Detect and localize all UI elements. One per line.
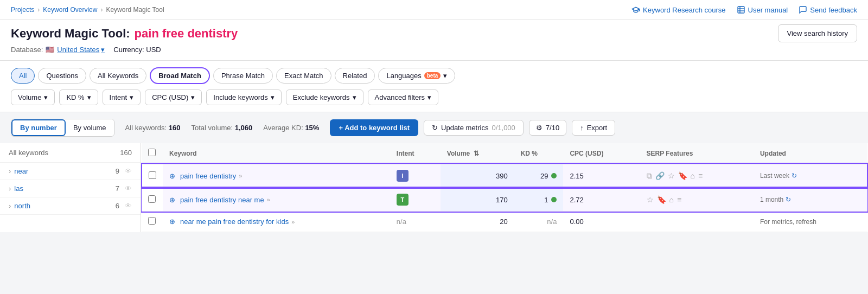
th-serp: SERP Features [640,143,754,164]
td-intent: n/a [390,212,441,232]
gear-icon: ⚙ [536,124,542,132]
search-keyword: pain free dentistry [135,27,238,41]
th-kd: KD % [514,143,564,164]
database-selector[interactable]: United States ▾ [57,46,105,54]
row-checkbox[interactable] [149,171,156,179]
add-to-keyword-list-button[interactable]: + Add to keyword list [330,119,418,136]
td-updated: Last week ↻ [754,164,867,188]
view-history-button[interactable]: View search history [778,24,857,42]
tab-exact-match[interactable]: Exact Match [276,68,331,84]
select-all-checkbox[interactable] [148,149,156,156]
database-label: Database: 🇺🇸 United States ▾ [11,46,105,54]
top-bar: Projects › Keyword Overview › Keyword Ma… [0,0,868,20]
table-row: ⊕ near me pain free dentistry for kids »… [142,212,867,232]
user-manual-link[interactable]: User manual [737,5,788,14]
star-icon[interactable]: ☆ [647,195,654,204]
update-metrics-button[interactable]: ↻ Update metrics 0/1,000 [424,120,524,136]
td-cpc: 2.15 [563,164,640,188]
bookmark-icon[interactable]: 🔖 [678,171,687,180]
chevron-right-icon: › [9,167,11,175]
list-icon[interactable]: ≡ [677,195,681,204]
keyword-link[interactable]: ⊕ pain free dentistry near me » [169,196,384,204]
td-volume: 20 [441,212,514,232]
td-updated: For metrics, refresh [754,212,867,232]
td-keyword: ⊕ pain free dentistry near me » [163,188,390,212]
breadcrumb: Projects › Keyword Overview › Keyword Ma… [11,6,164,14]
keywords-table: Keyword Intent Volume ⇅ KD % CPC (USD) S… [141,143,868,232]
td-kd: 29 [514,164,564,188]
export-icon: ↑ [580,124,584,132]
plus-icon: ⊕ [169,172,175,180]
breadcrumb-projects[interactable]: Projects [11,6,34,14]
advanced-filters-button[interactable]: Advanced filters ▾ [368,90,439,105]
volume-filter[interactable]: Volume ▾ [11,90,55,105]
tab-phrase-match[interactable]: Phrase Match [213,68,273,84]
by-number-button[interactable]: By number [11,119,66,136]
tab-all[interactable]: All [11,68,35,84]
th-volume: Volume ⇅ [441,143,514,164]
breadcrumb-keyword-overview[interactable]: Keyword Overview [43,6,97,14]
intent-filter[interactable]: Intent ▾ [103,90,141,105]
tab-languages[interactable]: Languages beta ▾ [378,68,455,84]
sort-icon: ⇅ [474,150,479,157]
refresh-icon[interactable]: ↻ [786,196,791,203]
eye-icon: 👁 [125,202,132,210]
bookmark-icon[interactable]: 🔖 [657,195,666,204]
page-title: Keyword Magic Tool: pain free dentistry [11,27,238,41]
intent-badge: T [397,194,409,206]
tab-broad-match[interactable]: Broad Match [150,67,210,84]
toolbar-section: By number By volume All keywords: 160 To… [0,112,868,143]
plus-icon: ⊕ [169,218,175,226]
th-checkbox [142,143,163,164]
graduation-cap-icon [631,5,640,14]
td-checkbox [142,212,163,232]
sidebar: All keywords 160 › near 9 👁 › las 7 👁 [0,143,141,232]
td-volume: 170 [441,188,514,212]
top-links: Keyword Research course User manual Send… [631,5,857,14]
settings-button[interactable]: ⚙ 7/10 [529,120,566,136]
keyword-course-link[interactable]: Keyword Research course [631,5,725,14]
home-icon[interactable]: ⌂ [691,171,695,180]
td-kd: 1 [514,188,564,212]
keyword-link[interactable]: ⊕ pain free dentistry » [169,172,384,180]
tab-all-keywords[interactable]: All Keywords [90,68,146,84]
export-button[interactable]: ↑ Export [572,120,615,136]
sidebar-header: All keywords 160 [0,143,141,163]
sidebar-item-las[interactable]: › las 7 👁 [0,180,141,197]
tabs-row: All Questions All Keywords Broad Match P… [11,67,857,84]
table-area: Keyword Intent Volume ⇅ KD % CPC (USD) S… [141,143,868,232]
td-checkbox [142,164,163,188]
filters-row: Volume ▾ KD % ▾ Intent ▾ CPC (USD) ▾ Inc… [11,90,857,105]
arrows-icon: » [291,219,295,225]
keyword-link[interactable]: ⊕ near me pain free dentistry for kids » [169,218,384,226]
row-checkbox[interactable] [148,217,156,225]
by-volume-button[interactable]: By volume [66,119,114,136]
exclude-keywords-filter[interactable]: Exclude keywords ▾ [286,90,363,105]
star-icon[interactable]: ☆ [668,171,675,180]
kd-dot [551,173,557,178]
header-meta: Database: 🇺🇸 United States ▾ Currency: U… [11,46,857,54]
row-checkbox[interactable] [148,195,156,203]
chevron-right-icon: › [9,202,11,210]
cpc-filter[interactable]: CPC (USD) ▾ [145,90,202,105]
sidebar-item-north[interactable]: › north 6 👁 [0,197,141,215]
book-icon [737,5,745,14]
refresh-icon[interactable]: ↻ [792,172,797,180]
stats-total-volume: Total volume: 1,060 [192,124,253,132]
beta-badge: beta [424,72,441,79]
td-serp [640,212,754,232]
link-icon[interactable]: 🔗 [655,171,665,180]
include-keywords-filter[interactable]: Include keywords ▾ [206,90,281,105]
home-icon[interactable]: ⌂ [669,195,674,204]
tab-related[interactable]: Related [335,68,375,84]
stats-avg-kd: Average KD: 15% [263,124,319,132]
list-icon[interactable]: ≡ [698,171,703,180]
send-feedback-link[interactable]: Send feedback [799,5,857,14]
sidebar-item-near[interactable]: › near 9 👁 [0,163,141,180]
copy-icon[interactable]: ⧉ [647,171,652,181]
arrows-icon: » [239,172,242,179]
th-updated: Updated [754,143,867,164]
tab-questions[interactable]: Questions [38,68,86,84]
kd-filter[interactable]: KD % ▾ [59,90,98,105]
table-row: ⊕ pain free dentistry near me » T 170 1 [142,188,867,212]
